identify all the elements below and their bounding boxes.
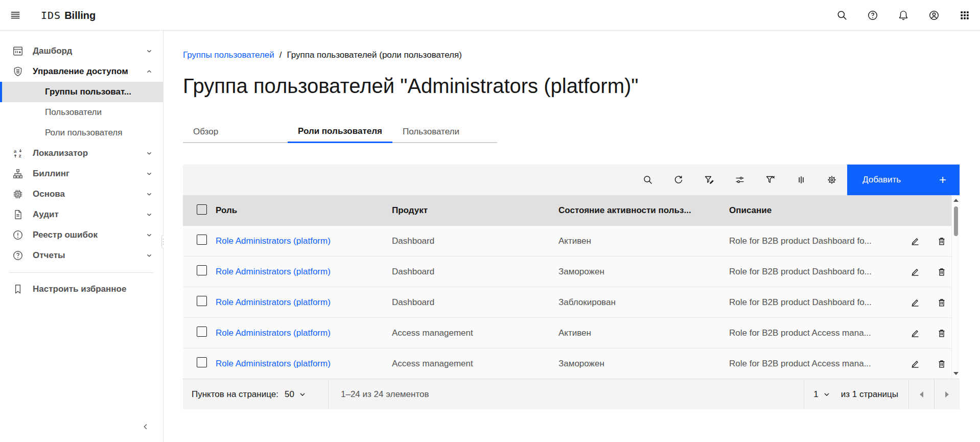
app-switcher-button[interactable] bbox=[949, 0, 980, 31]
filter-remove-icon bbox=[765, 175, 776, 185]
row-checkbox[interactable] bbox=[197, 327, 207, 337]
edit-button[interactable] bbox=[908, 357, 922, 371]
scroll-down-button[interactable] bbox=[952, 369, 960, 378]
columns-button[interactable] bbox=[786, 165, 816, 195]
delete-button[interactable] bbox=[935, 265, 949, 279]
menu-button[interactable] bbox=[0, 0, 31, 31]
trash-icon bbox=[937, 328, 947, 338]
search-icon bbox=[643, 175, 653, 185]
edit-button[interactable] bbox=[908, 295, 922, 310]
edit-icon bbox=[910, 359, 920, 369]
role-link[interactable]: Role Administrators (platform) bbox=[216, 328, 331, 338]
sidebar-item-audit[interactable]: Аудит bbox=[0, 204, 163, 225]
table-settings-button[interactable] bbox=[816, 165, 847, 195]
role-link[interactable]: Role Administrators (platform) bbox=[216, 297, 331, 307]
filter-edit-button[interactable] bbox=[694, 165, 725, 195]
settings-adjust-button[interactable] bbox=[725, 165, 755, 195]
table-row: Role Administrators (platform) Access ma… bbox=[183, 348, 960, 379]
row-checkbox[interactable] bbox=[197, 265, 207, 275]
filter-remove-button[interactable] bbox=[755, 165, 786, 195]
columns-icon bbox=[796, 175, 806, 185]
sidebar-item-core[interactable]: Основа bbox=[0, 184, 163, 204]
hierarchy-icon bbox=[12, 168, 24, 179]
chevron-down-icon bbox=[145, 190, 154, 199]
trash-icon bbox=[937, 297, 947, 308]
chevron-down-icon bbox=[145, 169, 154, 178]
sidebar-nav: Дашборд Управление доступом Группы польз… bbox=[0, 31, 164, 442]
state-cell: Заморожен bbox=[558, 267, 729, 277]
table-row: Role Administrators (platform) Dashboard… bbox=[183, 257, 960, 287]
product-cell: Access management bbox=[392, 359, 558, 369]
notifications-button[interactable] bbox=[888, 0, 919, 31]
description-cell: Role for B2B product Access mana... bbox=[729, 359, 897, 369]
edit-button[interactable] bbox=[908, 326, 922, 340]
page-count-text: из 1 страницы bbox=[839, 389, 908, 400]
row-checkbox[interactable] bbox=[197, 296, 207, 306]
role-link[interactable]: Role Administrators (platform) bbox=[216, 267, 331, 276]
sidebar-item-dashboard[interactable]: Дашборд bbox=[0, 41, 163, 61]
help-icon bbox=[12, 250, 24, 261]
app-window: IDS Billing bbox=[0, 0, 980, 442]
sidebar-item-user-roles[interactable]: Роли пользователя bbox=[0, 123, 163, 143]
chevron-down-icon bbox=[824, 391, 830, 398]
delete-button[interactable] bbox=[935, 357, 949, 371]
breadcrumb-link-user-groups[interactable]: Группы пользователей bbox=[183, 50, 274, 60]
next-page-button[interactable] bbox=[934, 379, 960, 409]
sidebar-item-favorites[interactable]: Настроить избранное bbox=[0, 279, 163, 299]
breadcrumb-separator: / bbox=[279, 50, 282, 60]
column-header-role: Роль bbox=[216, 205, 392, 216]
select-all-checkbox[interactable] bbox=[197, 204, 207, 215]
sidebar-item-error-registry[interactable]: Реестр ошибок bbox=[0, 225, 163, 245]
caret-left-icon bbox=[920, 391, 923, 398]
main-content: Группы пользователей / Группа пользовате… bbox=[164, 31, 980, 442]
sidebar-item-reports[interactable]: Отчеты bbox=[0, 245, 163, 266]
sidebar-collapse-button[interactable] bbox=[135, 416, 156, 437]
breadcrumb: Группы пользователей / Группа пользовате… bbox=[183, 50, 960, 60]
tab-users[interactable]: Пользователи bbox=[392, 122, 497, 143]
help-button[interactable] bbox=[857, 0, 888, 31]
description-cell: Role for B2B product Dashboard fo... bbox=[729, 297, 897, 308]
table-search-button[interactable] bbox=[633, 165, 663, 195]
scroll-up-button[interactable] bbox=[952, 196, 960, 204]
tab-overview[interactable]: Обзор bbox=[183, 122, 288, 143]
description-cell: Role for B2B product Dashboard fo... bbox=[729, 236, 897, 246]
scrollbar-thumb[interactable] bbox=[954, 206, 958, 236]
role-link[interactable]: Role Administrators (platform) bbox=[216, 236, 331, 246]
edit-button[interactable] bbox=[908, 265, 922, 279]
top-header: IDS Billing bbox=[0, 0, 980, 31]
sidebar-item-label: Локализатор bbox=[33, 148, 145, 158]
breadcrumb-current: Группа пользователей (роли пользователя) bbox=[287, 50, 462, 60]
sidebar-item-localizator[interactable]: a z Локализатор bbox=[0, 143, 163, 164]
description-cell: Role for B2B product Access mana... bbox=[729, 328, 897, 338]
role-link[interactable]: Role Administrators (platform) bbox=[216, 359, 331, 368]
refresh-icon bbox=[673, 175, 684, 185]
table-row: Role Administrators (platform) Access ma… bbox=[183, 318, 960, 348]
page-number-select[interactable]: 1 bbox=[804, 379, 838, 409]
sidebar-item-users[interactable]: Пользователи bbox=[0, 102, 163, 123]
edit-button[interactable] bbox=[908, 234, 922, 248]
product-cell: Dashboard bbox=[392, 236, 558, 246]
sidebar-item-billing[interactable]: Биллинг bbox=[0, 164, 163, 184]
items-per-page-select[interactable]: 50 bbox=[285, 389, 306, 400]
previous-page-button[interactable] bbox=[908, 379, 934, 409]
user-button[interactable] bbox=[919, 0, 949, 31]
pagination-bar: Пунктов на странице: 50 1–24 из 24 элеме… bbox=[183, 379, 960, 409]
plus-icon: + bbox=[939, 174, 946, 186]
row-checkbox[interactable] bbox=[197, 235, 207, 245]
delete-button[interactable] bbox=[935, 234, 949, 248]
page-title: Группа пользователей "Administrators (pl… bbox=[183, 74, 960, 98]
table-row: Role Administrators (platform) Dashboard… bbox=[183, 226, 960, 257]
brand-logo: IDS Billing bbox=[41, 9, 96, 21]
sidebar-item-access-management[interactable]: Управление доступом bbox=[0, 61, 163, 82]
search-button[interactable] bbox=[827, 0, 857, 31]
gear-icon bbox=[827, 175, 837, 185]
svg-text:z: z bbox=[19, 153, 21, 158]
chevron-down-icon bbox=[145, 251, 154, 260]
delete-button[interactable] bbox=[935, 326, 949, 340]
add-button[interactable]: Добавить + bbox=[847, 165, 960, 195]
refresh-button[interactable] bbox=[663, 165, 694, 195]
row-checkbox[interactable] bbox=[197, 357, 207, 367]
tab-user-roles[interactable]: Роли пользователя bbox=[288, 122, 392, 143]
sidebar-item-user-groups[interactable]: Группы пользоват... bbox=[0, 82, 163, 102]
delete-button[interactable] bbox=[935, 295, 949, 310]
